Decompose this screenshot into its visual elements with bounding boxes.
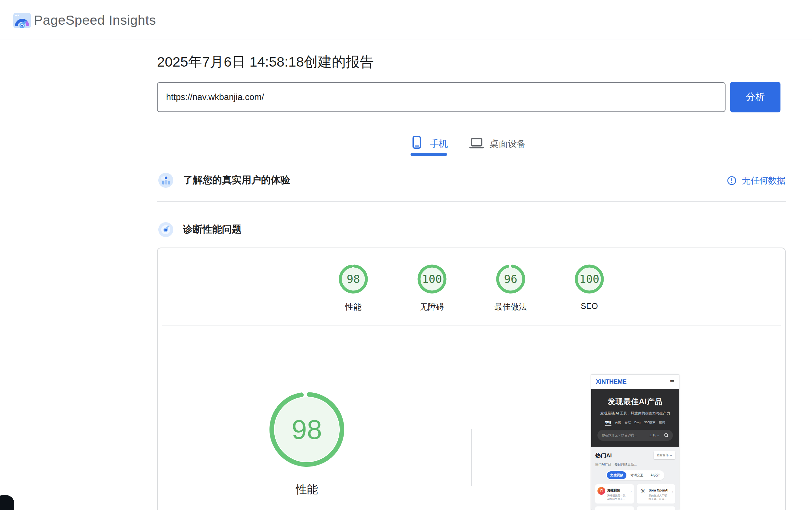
no-data-link[interactable]: 无任何数据 <box>727 175 786 186</box>
gauge-label: 性能 <box>268 482 345 497</box>
preview-header: XiNTHEME ≡ <box>591 374 679 389</box>
score-label: 性能 <box>314 301 393 312</box>
pagespeed-insights-page: PageSpeed Insights 2025年7月6日 14:58:18创建的… <box>0 0 812 510</box>
preview-nav-item: 百度 <box>615 420 621 425</box>
score-seo[interactable]: 100 SEO <box>550 264 629 312</box>
score-value: 100 <box>574 264 605 294</box>
score-label: SEO <box>550 301 629 311</box>
preview-app-card: 腾讯智影 <box>637 506 675 510</box>
preview-hero: 发现最佳AI产品 发现最强 AI 工具，释放你的创造力与生产力 本站 百度 谷歌… <box>591 389 679 447</box>
app-title[interactable]: PageSpeed Insights <box>34 0 156 40</box>
score-label: 最佳做法 <box>471 301 550 312</box>
analyze-button-label: 分析 <box>746 91 765 103</box>
preview-card-title: 海螺视频 <box>607 488 620 492</box>
score-performance[interactable]: 98 性能 <box>314 264 393 312</box>
card-inner-divider <box>162 325 781 326</box>
score-label: 无障碍 <box>393 301 471 312</box>
preview-card-desc: 海螺视频是一款AI视频生成工... <box>607 494 627 501</box>
section-divider <box>157 201 786 202</box>
sora-app-icon: ✳ <box>639 487 647 495</box>
preview-hero-subtitle: 发现最强 AI 工具，释放你的创造力与生产力 <box>591 411 679 416</box>
analyze-button[interactable]: 分析 <box>730 82 780 112</box>
real-users-icon <box>158 173 173 188</box>
chevron-right-icon: › <box>631 489 632 493</box>
preview-nav-item: Bing <box>635 420 641 425</box>
search-icon <box>664 433 669 438</box>
score-value: 98 <box>338 264 369 294</box>
app-header: PageSpeed Insights <box>0 0 812 40</box>
preview-list-section: 热门AI 查看全部 → 热门AI产品，每日持续更新... 文生视频 对话交互 A… <box>591 447 679 510</box>
preview-card-desc: 新的生成人工智能工具，可以... <box>649 494 669 501</box>
preview-pill: AI设计 <box>647 471 663 479</box>
preview-card-title: Sora OpenAI <box>649 488 669 492</box>
no-data-label: 无任何数据 <box>742 175 786 186</box>
field-section-title: 了解您的真实用户的体验 <box>183 174 290 187</box>
preview-nav-item: 搜狗 <box>659 420 665 425</box>
preview-site-logo: XiNTHEME <box>596 378 627 385</box>
report-title: 2025年7月6日 14:58:18创建的报告 <box>157 53 374 71</box>
preview-nav-item: 本站 <box>605 420 611 425</box>
preview-pill: 对话交互 <box>627 471 646 479</box>
score-value: 100 <box>417 264 447 294</box>
active-tab-underline <box>410 153 447 156</box>
preview-pill: 文生视频 <box>607 471 627 479</box>
preview-nav-item: 谷歌 <box>625 420 631 425</box>
preview-nav-item: 360搜索 <box>644 420 656 425</box>
preview-card-grid: 海螺视频 海螺视频是一款AI视频生成工... › ✳ Sora OpenAI 新… <box>595 484 675 510</box>
url-input[interactable] <box>157 82 726 112</box>
preview-hero-title: 发现最佳AI产品 <box>591 397 679 407</box>
preview-app-card: 度加剪辑 <box>595 506 634 510</box>
hamburger-menu-icon: ≡ <box>670 378 674 386</box>
pagespeed-logo-icon[interactable] <box>13 11 31 29</box>
vertical-divider <box>471 429 472 486</box>
site-preview-thumbnail: XiNTHEME ≡ 发现最佳AI产品 发现最强 AI 工具，释放你的创造力与生… <box>591 374 679 510</box>
gauge-value: 98 <box>268 391 345 468</box>
preview-app-card: ✳ Sora OpenAI 新的生成人工智能工具，可以... › <box>637 484 675 504</box>
mobile-icon[interactable] <box>412 136 421 149</box>
corner-cursor-artifact <box>0 495 14 510</box>
hailuo-app-icon <box>598 487 605 495</box>
preview-search-bar: 你在找什么？快告诉我... 工具 ⌄ <box>598 430 673 441</box>
desktop-icon[interactable] <box>469 138 484 149</box>
diagnose-icon <box>158 222 173 237</box>
diagnose-section-title: 诊断性能问题 <box>183 223 241 236</box>
preview-search-engines-nav: 本站 百度 谷歌 Bing 360搜索 搜狗 <box>591 420 679 425</box>
info-icon <box>727 176 736 185</box>
preview-search-placeholder: 你在找什么？快告诉我... <box>602 433 649 438</box>
performance-gauge[interactable]: 98 <box>268 391 345 468</box>
preview-filter-pills: 文生视频 对话交互 AI设计 <box>606 470 664 480</box>
score-accessibility[interactable]: 100 无障碍 <box>393 264 471 312</box>
preview-app-card: 海螺视频 海螺视频是一款AI视频生成工... › <box>595 484 634 504</box>
score-value: 96 <box>495 264 526 294</box>
preview-search-tool-dropdown: 工具 ⌄ <box>649 433 660 438</box>
preview-view-all-button: 查看全部 → <box>654 451 675 459</box>
preview-list-subtitle: 热门AI产品，每日持续更新... <box>595 462 675 467</box>
chevron-right-icon: › <box>672 489 673 493</box>
score-best-practices[interactable]: 96 最佳做法 <box>471 264 550 312</box>
category-scores: 98 性能 100 无障碍 96 最佳做法 <box>157 264 786 312</box>
tab-desktop[interactable]: 桌面设备 <box>490 138 526 150</box>
tab-mobile[interactable]: 手机 <box>430 138 448 150</box>
